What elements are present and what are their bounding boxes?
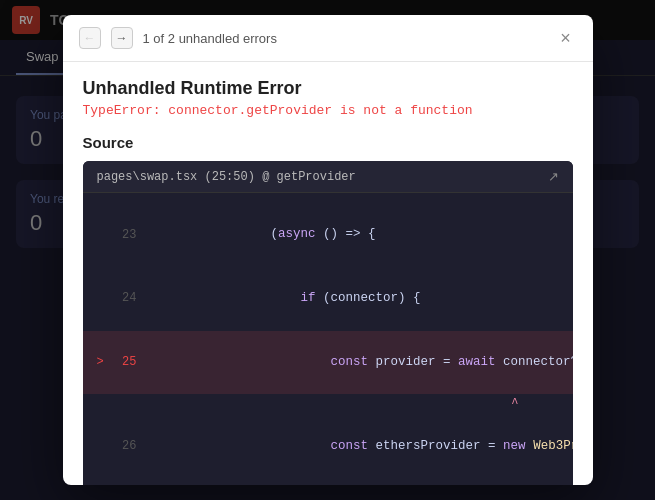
modal-body: Unhandled Runtime Error TypeError: conne…	[63, 62, 593, 485]
source-heading: Source	[83, 134, 573, 151]
prev-error-button[interactable]: ←	[79, 27, 101, 49]
next-error-button[interactable]: →	[111, 27, 133, 49]
code-line-27: 27 setWidgetProvider(ethersProvider);	[83, 478, 573, 485]
source-header: pages\swap.tsx (25:50) @ getProvider ↗	[83, 161, 573, 193]
code-lines: 23 (async () => { 24 if (connector) {	[83, 193, 573, 485]
close-modal-button[interactable]: ×	[555, 27, 577, 49]
error-count-label: 1 of 2 unhandled errors	[143, 31, 545, 46]
source-filename: pages\swap.tsx (25:50) @ getProvider	[97, 170, 356, 184]
code-line-26: 26 const ethersProvider = new Web3Provid…	[83, 415, 573, 479]
external-link-icon[interactable]: ↗	[548, 169, 559, 184]
source-code-block: pages\swap.tsx (25:50) @ getProvider ↗ 2…	[83, 161, 573, 485]
code-line-25: > 25 const provider = await connector?.g…	[83, 331, 573, 395]
modal-header: ← → 1 of 2 unhandled errors ×	[63, 15, 593, 62]
caret-line: ^	[83, 394, 573, 414]
code-line-23: 23 (async () => {	[83, 203, 573, 267]
error-title: Unhandled Runtime Error	[83, 78, 573, 99]
code-line-24: 24 if (connector) {	[83, 267, 573, 331]
error-modal: ← → 1 of 2 unhandled errors × Unhandled …	[63, 15, 593, 485]
error-type: TypeError: connector.getProvider is not …	[83, 103, 573, 118]
modal-overlay: ← → 1 of 2 unhandled errors × Unhandled …	[0, 0, 655, 500]
